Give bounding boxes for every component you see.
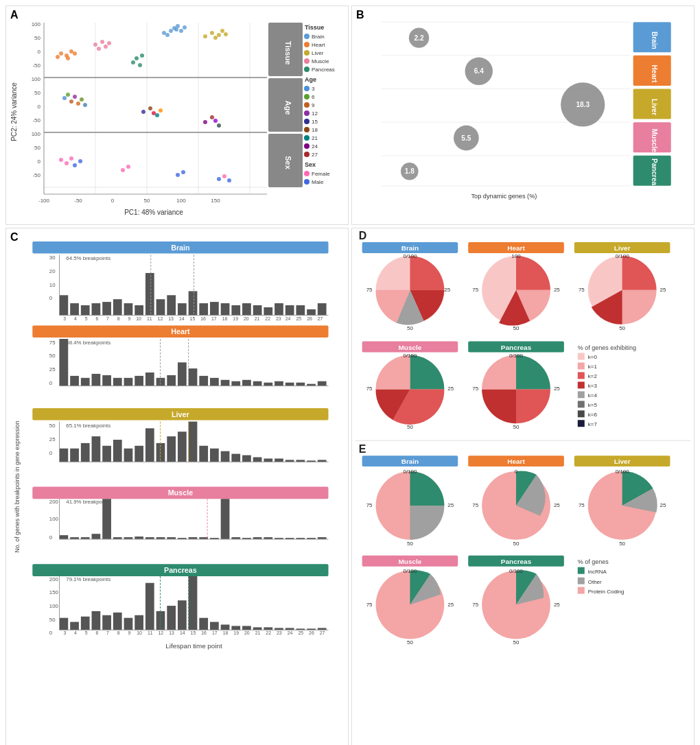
svg-text:Liver: Liver <box>614 458 631 465</box>
svg-rect-178 <box>210 302 219 316</box>
svg-text:25: 25 <box>296 316 301 321</box>
svg-text:k=1: k=1 <box>588 364 598 370</box>
svg-text:50: 50 <box>49 617 56 623</box>
svg-text:17: 17 <box>211 316 217 321</box>
svg-point-90 <box>176 173 180 177</box>
svg-rect-175 <box>178 303 187 316</box>
svg-rect-482 <box>578 587 585 594</box>
svg-point-63 <box>135 56 139 60</box>
svg-text:0: 0 <box>49 450 53 456</box>
svg-text:75: 75 <box>366 287 373 293</box>
svg-point-82 <box>213 119 218 123</box>
svg-text:Pancreas: Pancreas <box>651 158 658 189</box>
svg-text:Muscle: Muscle <box>312 58 329 64</box>
svg-text:No. of genes with breakpoints : No. of genes with breakpoints in gene ex… <box>14 421 21 553</box>
svg-point-79 <box>83 103 87 107</box>
svg-rect-262 <box>81 443 90 462</box>
svg-text:1.8: 1.8 <box>405 167 415 175</box>
svg-text:150: 150 <box>49 589 59 595</box>
svg-rect-181 <box>242 303 251 316</box>
svg-text:5.5: 5.5 <box>461 134 471 142</box>
svg-point-46 <box>59 51 63 56</box>
svg-text:50: 50 <box>407 424 413 430</box>
svg-point-72 <box>148 106 152 110</box>
svg-rect-229 <box>102 375 111 386</box>
svg-rect-347 <box>231 626 240 630</box>
svg-text:9: 9 <box>128 630 130 635</box>
svg-text:15: 15 <box>191 630 196 635</box>
svg-text:17: 17 <box>212 630 218 635</box>
svg-text:Heart: Heart <box>171 327 190 335</box>
svg-text:0/100: 0/100 <box>403 353 417 359</box>
svg-point-91 <box>181 170 185 174</box>
svg-text:0/100: 0/100 <box>403 253 417 259</box>
svg-text:Age: Age <box>305 76 316 83</box>
svg-text:25: 25 <box>554 602 560 608</box>
svg-text:k=3: k=3 <box>588 383 598 389</box>
svg-rect-186 <box>296 305 305 316</box>
svg-text:D: D <box>359 230 367 241</box>
svg-rect-271 <box>178 431 187 462</box>
svg-text:0/100: 0/100 <box>509 568 524 574</box>
svg-text:k=0: k=0 <box>588 354 598 360</box>
svg-text:0: 0 <box>38 158 41 165</box>
svg-rect-228 <box>92 374 101 386</box>
svg-point-53 <box>210 31 214 35</box>
svg-point-85 <box>69 156 73 161</box>
svg-point-39 <box>169 29 173 33</box>
svg-text:Muscle: Muscle <box>399 344 422 351</box>
svg-text:Male: Male <box>312 179 324 185</box>
svg-point-52 <box>203 34 207 38</box>
svg-rect-280 <box>275 458 283 462</box>
svg-text:PC1: 48% variance: PC1: 48% variance <box>124 209 183 216</box>
svg-text:68.4% breakpoints: 68.4% breakpoints <box>66 340 110 346</box>
svg-rect-226 <box>70 376 79 386</box>
svg-text:23: 23 <box>277 630 282 635</box>
svg-point-55 <box>220 29 224 33</box>
svg-rect-182 <box>253 305 262 316</box>
svg-point-45 <box>183 25 187 29</box>
svg-text:0/100: 0/100 <box>403 469 417 475</box>
svg-text:50: 50 <box>407 541 413 547</box>
svg-rect-170 <box>124 303 133 316</box>
svg-text:0: 0 <box>111 198 115 204</box>
svg-point-109 <box>304 94 310 99</box>
svg-rect-270 <box>167 436 176 462</box>
svg-rect-233 <box>145 372 154 386</box>
svg-text:200: 200 <box>49 499 59 505</box>
svg-point-60 <box>104 45 108 49</box>
svg-text:100: 100 <box>32 131 41 137</box>
svg-rect-225 <box>60 339 69 386</box>
svg-point-121 <box>304 143 310 149</box>
svg-rect-231 <box>124 378 133 386</box>
panel-de: D Brain 0/100 25 50 75 Heart 100 25 50 7 <box>351 228 695 745</box>
svg-text:6: 6 <box>312 94 315 100</box>
svg-text:24: 24 <box>285 316 291 321</box>
svg-point-75 <box>210 115 214 119</box>
svg-text:64.5% breakpoints: 64.5% breakpoints <box>66 255 110 261</box>
svg-rect-234 <box>156 378 165 386</box>
svg-text:% of genes exhibiting: % of genes exhibiting <box>578 344 636 351</box>
svg-text:Brain: Brain <box>401 458 419 465</box>
svg-text:14: 14 <box>179 316 185 321</box>
svg-rect-295 <box>60 535 69 539</box>
svg-text:25: 25 <box>49 436 56 442</box>
svg-point-42 <box>174 27 178 32</box>
svg-text:5: 5 <box>85 316 88 321</box>
svg-rect-273 <box>199 446 208 462</box>
svg-rect-264 <box>102 446 111 462</box>
svg-rect-338 <box>135 615 143 630</box>
svg-rect-332 <box>70 622 79 630</box>
svg-text:lncRNA: lncRNA <box>588 569 607 575</box>
svg-text:25: 25 <box>49 366 56 372</box>
svg-text:PC2: 24% variance: PC2: 24% variance <box>10 82 18 141</box>
svg-rect-346 <box>221 625 230 630</box>
svg-text:13: 13 <box>168 316 174 321</box>
svg-rect-241 <box>231 381 240 386</box>
svg-rect-183 <box>264 307 272 316</box>
svg-point-70 <box>73 95 77 99</box>
svg-text:0: 0 <box>515 469 518 475</box>
svg-text:26: 26 <box>309 630 314 635</box>
svg-text:Age: Age <box>284 101 292 115</box>
svg-text:12: 12 <box>312 110 318 117</box>
